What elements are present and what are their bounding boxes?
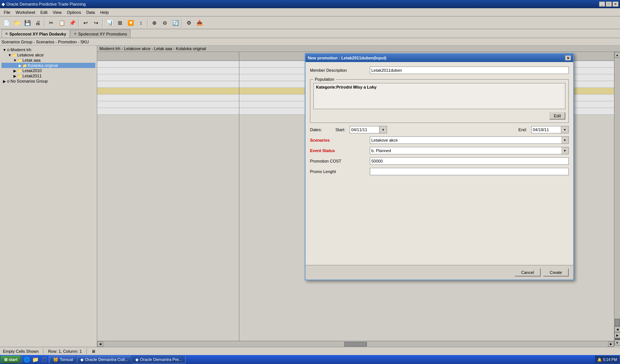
tree-item-letak-aaa[interactable]: ▼ 📁 Letak aaa	[1, 58, 95, 63]
end-date-dropdown[interactable]: ▼	[561, 126, 569, 133]
expand-letak-aaa[interactable]: ▼	[13, 58, 17, 62]
maximize-button[interactable]: □	[606, 1, 612, 7]
toolbar-undo[interactable]: ↩	[81, 18, 90, 28]
minimize-button[interactable]: _	[599, 1, 605, 7]
toolbar-save[interactable]: 💾	[22, 18, 32, 28]
title-bar-controls: _ □ ✕	[599, 1, 619, 7]
expand-letak2011[interactable]: ▶	[13, 74, 17, 78]
toolbar-settings[interactable]: ⚙	[184, 18, 194, 28]
taskbar-folder-icon[interactable]: 📁	[31, 357, 39, 363]
taskbar-demantra-pre-label: Oracle Demantra Pre...	[140, 357, 182, 362]
dialog-close-button[interactable]: ✕	[565, 55, 571, 61]
promo-length-label: Promo Lenght	[310, 169, 370, 174]
toolbar-sep-3	[102, 19, 103, 27]
start-date-wrapper: ▼	[350, 126, 387, 133]
tree-label-letakove-akce: Letakove akce	[17, 53, 44, 57]
dialog-spacer	[310, 178, 569, 260]
expand-letakove-akce[interactable]: ▼	[7, 53, 12, 57]
taskbar-demantra-pre[interactable]: ◆ Oracle Demantra Pre...	[132, 356, 185, 363]
toolbar-sep-2	[79, 19, 79, 27]
start-date-input[interactable]	[350, 126, 380, 133]
close-button[interactable]: ✕	[613, 1, 619, 7]
tree-label-letak2010: Letak2010	[22, 68, 42, 73]
cancel-button[interactable]: Cancel	[515, 268, 541, 277]
tab-close-1[interactable]: ✕	[5, 32, 8, 36]
toolbar-filter[interactable]: 🔽	[126, 18, 135, 28]
toolbar-redo[interactable]: ↪	[91, 18, 101, 28]
dialog-body: Member Description Population Kategorie:…	[306, 62, 573, 265]
menu-help[interactable]: Help	[98, 9, 111, 15]
tab-promotions[interactable]: ✕ Spolecnost XY Promotions	[70, 30, 131, 38]
tree-item-letakove-akce[interactable]: ▼ 📁 Letakove akce	[1, 52, 95, 58]
scenarios-select[interactable]: Letakove akce	[370, 136, 569, 144]
promotion-cost-input[interactable]	[370, 157, 569, 165]
promo-length-input[interactable]	[370, 168, 569, 175]
dialog-title: New promotion : Letak2011duben(Input)	[308, 56, 386, 60]
tree-item-moderni-trh[interactable]: ▼ ⊙ Moderni trh	[1, 47, 95, 52]
toolbar-sort[interactable]: ↕	[136, 18, 146, 28]
toolbar-open[interactable]: 📁	[12, 18, 22, 28]
taskbar-ie-icon[interactable]: 🌐	[23, 357, 31, 363]
toolbar-copy[interactable]: 📋	[57, 18, 67, 28]
tree-item-letak2010[interactable]: ▶ 📁 Letak2010	[1, 68, 95, 73]
taskbar-demantra-coll-label: Oracle Demantra Coll...	[85, 357, 128, 362]
menu-edit[interactable]: Edit	[38, 9, 50, 15]
tree-icon-no-scenarios: ⊙	[7, 79, 10, 83]
menu-options[interactable]: Options	[65, 9, 83, 15]
menu-worksheet[interactable]: Worksheet	[13, 9, 37, 15]
toolbar-cut[interactable]: ✂	[46, 18, 56, 28]
tab-label-1: Spolecnost XY Plan Dodavky	[9, 32, 66, 36]
end-date-input[interactable]	[531, 126, 561, 133]
taskbar-media-icon[interactable]: 🎵	[40, 357, 48, 363]
taskbar-sep-1	[22, 356, 22, 363]
tab-label-2: Spolecnost XY Promotions	[78, 32, 127, 36]
toolbar-table[interactable]: ⊞	[115, 18, 125, 28]
taskbar-sep-2	[49, 356, 49, 363]
toolbar-paste[interactable]: 📌	[67, 18, 77, 28]
tab-plan-dodavky[interactable]: ✕ Spolecnost XY Plan Dodavky	[1, 30, 70, 38]
promotion-cost-row: Promotion COST	[310, 157, 569, 165]
scenarios-label: Scenarios	[310, 138, 370, 142]
event-status-label: Event Status	[310, 148, 370, 153]
scenarios-select-wrapper: Letakove akce ▼	[370, 136, 569, 144]
expand-moderni-trh[interactable]: ▼	[2, 48, 7, 52]
population-edit-button[interactable]: Edit	[549, 112, 565, 120]
population-edit-row: Edit	[313, 112, 565, 120]
tree-icon-letakove: 📁	[12, 53, 16, 57]
event-status-row: Event Status b. Planned ▼	[310, 147, 569, 154]
toolbar-new[interactable]: 📄	[1, 18, 11, 28]
tab-close-2[interactable]: ✕	[74, 32, 77, 36]
tree-item-letak2011[interactable]: ▶ 📁 Letak2011	[1, 73, 95, 78]
tree-icon-letak2010: 📁	[17, 69, 22, 73]
menu-file[interactable]: File	[1, 9, 13, 15]
member-description-input[interactable]	[370, 67, 569, 74]
expand-letak2010[interactable]: ▶	[13, 69, 17, 73]
toolbar-export[interactable]: 📤	[194, 18, 204, 28]
tree-label-kolaloka: Kolaloka original	[28, 63, 58, 68]
taskbar-tomcat[interactable]: 🐱 Tomcat	[50, 356, 76, 363]
tree-item-kolaloka[interactable]: ▶ 📁 Kolaloka original	[1, 63, 95, 68]
start-button[interactable]: ⊞ start	[1, 356, 21, 363]
toolbar-refresh[interactable]: 🔄	[171, 18, 180, 28]
menu-data[interactable]: Data	[84, 9, 97, 15]
toolbar-expand[interactable]: ⊕	[150, 18, 159, 28]
toolbar-collapse[interactable]: ⊖	[160, 18, 170, 28]
tree-label-letak-aaa: Letak aaa	[22, 58, 40, 62]
menu-view[interactable]: View	[50, 9, 64, 15]
status-sep-1	[43, 349, 43, 354]
expand-no-scenarios[interactable]: ▶	[2, 79, 7, 83]
tree-label-moderni-trh: Moderni trh	[10, 47, 31, 52]
toolbar-print[interactable]: 🖨	[33, 18, 43, 28]
event-status-select-wrapper: b. Planned ▼	[370, 147, 569, 154]
expand-kolaloka[interactable]: ▶	[18, 64, 22, 68]
tree-item-no-scenarios[interactable]: ▶ ⊙ No Scenarios Group	[1, 78, 95, 84]
tree-label-letak2011: Letak2011	[22, 74, 42, 78]
event-status-select[interactable]: b. Planned	[370, 147, 569, 154]
menu-bar: File Worksheet Edit View Options Data He…	[0, 8, 620, 16]
start-label: Start:	[335, 127, 345, 132]
create-button[interactable]: Create	[543, 268, 569, 277]
start-date-dropdown[interactable]: ▼	[380, 126, 387, 133]
taskbar-demantra-coll[interactable]: ◆ Oracle Demantra Coll...	[77, 356, 131, 363]
toolbar-chart[interactable]: 📊	[105, 18, 114, 28]
population-legend: Population	[313, 77, 336, 81]
